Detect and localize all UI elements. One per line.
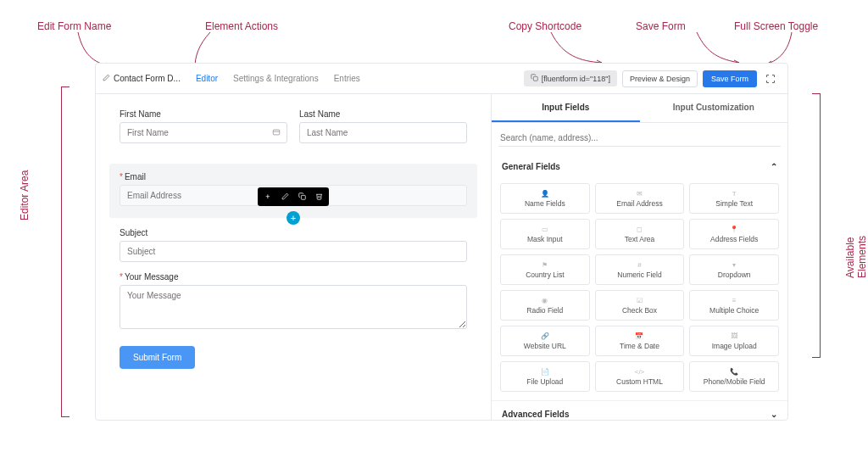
mail-icon: ✉ bbox=[637, 190, 643, 197]
tab-entries[interactable]: Entries bbox=[334, 74, 360, 83]
field-card-label: Dropdown bbox=[718, 271, 751, 279]
code-icon: </> bbox=[635, 368, 645, 375]
fullscreen-toggle[interactable] bbox=[762, 70, 779, 87]
svg-rect-3 bbox=[301, 195, 305, 199]
field-card-name[interactable]: 👤Name Fields bbox=[500, 183, 590, 214]
subject-input[interactable] bbox=[120, 241, 467, 262]
dropdown-icon: ▾ bbox=[732, 261, 736, 268]
field-card-simple-text[interactable]: TSimple Text bbox=[689, 183, 779, 214]
file-icon: 📄 bbox=[541, 368, 549, 375]
submit-form-button[interactable]: Submit Form bbox=[120, 346, 195, 369]
annotation-edit-form-name: Edit Form Name bbox=[37, 20, 111, 32]
header-right: [fluentform id="118"] Preview & Design S… bbox=[524, 70, 779, 87]
field-card-multiple[interactable]: ≡Multiple Choice bbox=[689, 290, 779, 321]
phone-icon: 📞 bbox=[730, 368, 738, 375]
tab-input-customization[interactable]: Input Customization bbox=[640, 94, 788, 122]
field-card-file[interactable]: 📄File Upload bbox=[500, 361, 590, 392]
field-card-label: Custom HTML bbox=[616, 377, 663, 386]
section-general-header[interactable]: General Fields ⌃ bbox=[492, 153, 787, 180]
field-card-label: Radio Field bbox=[526, 306, 563, 315]
field-card-html[interactable]: </>Custom HTML bbox=[595, 361, 685, 392]
tab-settings[interactable]: Settings & Integrations bbox=[233, 74, 319, 83]
field-message[interactable]: *Your Message bbox=[120, 272, 467, 331]
text-icon: T bbox=[732, 190, 737, 197]
calendar-icon: 📅 bbox=[635, 332, 643, 339]
trash-icon bbox=[315, 192, 323, 202]
radio-icon: ◉ bbox=[542, 297, 548, 304]
field-subject[interactable]: Subject bbox=[120, 228, 467, 262]
section-general-label: General Fields bbox=[502, 162, 560, 171]
field-card-label: Address Fields bbox=[710, 235, 758, 243]
field-card-address[interactable]: 📍Address Fields bbox=[689, 219, 779, 249]
first-name-label: First Name bbox=[120, 109, 287, 119]
field-first-name[interactable]: First Name bbox=[120, 109, 287, 143]
hash-icon: # bbox=[637, 261, 641, 268]
copy-icon bbox=[298, 192, 306, 202]
field-card-country[interactable]: ⚑Country List bbox=[500, 254, 590, 285]
field-card-phone[interactable]: 📞Phone/Mobile Field bbox=[689, 361, 779, 392]
field-card-label: Numeric Field bbox=[617, 271, 661, 279]
field-card-label: Country List bbox=[526, 271, 564, 279]
tab-editor[interactable]: Editor bbox=[196, 74, 218, 83]
field-card-label: Text Area bbox=[625, 235, 654, 243]
field-card-label: Simple Text bbox=[715, 199, 753, 208]
field-card-label: File Upload bbox=[526, 377, 563, 386]
field-email[interactable]: *Email + + bbox=[109, 164, 477, 218]
expand-icon bbox=[765, 74, 776, 84]
form-name-edit[interactable]: Contact Form D... bbox=[103, 74, 181, 83]
section-advanced-header[interactable]: Advanced Fields ⌄ bbox=[492, 401, 787, 420]
pencil-icon bbox=[103, 74, 110, 83]
form-name-text: Contact Form D... bbox=[114, 74, 181, 83]
field-card-mask[interactable]: ▭Mask Input bbox=[500, 219, 590, 249]
last-name-input[interactable] bbox=[299, 122, 467, 143]
message-input[interactable] bbox=[120, 285, 467, 329]
email-label: *Email bbox=[120, 172, 467, 181]
field-card-label: Time & Date bbox=[620, 342, 659, 350]
message-label: *Your Message bbox=[120, 272, 467, 282]
field-card-time-date[interactable]: 📅Time & Date bbox=[595, 326, 685, 356]
chevron-down-icon: ⌄ bbox=[771, 410, 777, 419]
section-general-fields: General Fields ⌃ 👤Name Fields ✉Email Add… bbox=[492, 153, 787, 401]
field-card-label: Email Address bbox=[616, 199, 662, 208]
add-field-button[interactable]: + bbox=[287, 211, 300, 225]
bracket-available-elements bbox=[812, 93, 821, 358]
field-last-name[interactable]: Last Name bbox=[299, 109, 467, 143]
field-card-numeric[interactable]: #Numeric Field bbox=[595, 254, 685, 285]
annotation-editor-area: Editor Area bbox=[19, 170, 31, 220]
annotation-element-actions: Element Actions bbox=[205, 20, 278, 32]
shortcode-copy[interactable]: [fluentform id="118"] bbox=[524, 70, 617, 86]
field-card-image[interactable]: 🖼Image Upload bbox=[689, 326, 779, 356]
plus-icon: + bbox=[265, 192, 270, 201]
action-edit[interactable] bbox=[276, 189, 293, 204]
editor-area: First Name Last Name *Email bbox=[96, 94, 491, 420]
checkbox-icon: ☑ bbox=[637, 297, 643, 304]
general-fields-grid: 👤Name Fields ✉Email Address TSimple Text… bbox=[492, 180, 787, 400]
tab-input-fields[interactable]: Input Fields bbox=[492, 94, 640, 122]
app-container: Contact Form D... Editor Settings & Inte… bbox=[95, 63, 788, 421]
action-add[interactable]: + bbox=[259, 189, 276, 204]
field-card-label: Name Fields bbox=[525, 199, 565, 208]
preview-design-button[interactable]: Preview & Design bbox=[622, 70, 698, 87]
plus-icon: + bbox=[291, 213, 296, 223]
chevron-up-icon: ⌃ bbox=[771, 162, 777, 171]
field-card-url[interactable]: 🔗Website URL bbox=[500, 326, 590, 356]
image-icon: 🖼 bbox=[731, 332, 737, 339]
action-delete[interactable] bbox=[310, 189, 327, 204]
field-card-radio[interactable]: ◉Radio Field bbox=[500, 290, 590, 321]
action-duplicate[interactable] bbox=[293, 189, 310, 204]
element-action-toolbar: + bbox=[258, 187, 329, 206]
user-icon: 👤 bbox=[541, 190, 549, 197]
copy-icon bbox=[531, 74, 538, 83]
first-name-input[interactable] bbox=[120, 122, 287, 143]
field-card-textarea[interactable]: ◻Text Area bbox=[595, 219, 685, 249]
textarea-icon: ◻ bbox=[637, 226, 643, 232]
search-fields-input[interactable] bbox=[498, 130, 781, 147]
svg-rect-0 bbox=[533, 76, 537, 81]
right-panel-tabs: Input Fields Input Customization bbox=[492, 94, 787, 123]
save-form-button[interactable]: Save Form bbox=[703, 70, 757, 87]
annotation-available-elements: Available Elements bbox=[844, 236, 868, 278]
field-card-email[interactable]: ✉Email Address bbox=[595, 183, 685, 214]
field-card-checkbox[interactable]: ☑Check Box bbox=[595, 290, 685, 321]
annotation-full-screen-toggle: Full Screen Toggle bbox=[734, 20, 818, 32]
field-card-dropdown[interactable]: ▾Dropdown bbox=[689, 254, 779, 285]
